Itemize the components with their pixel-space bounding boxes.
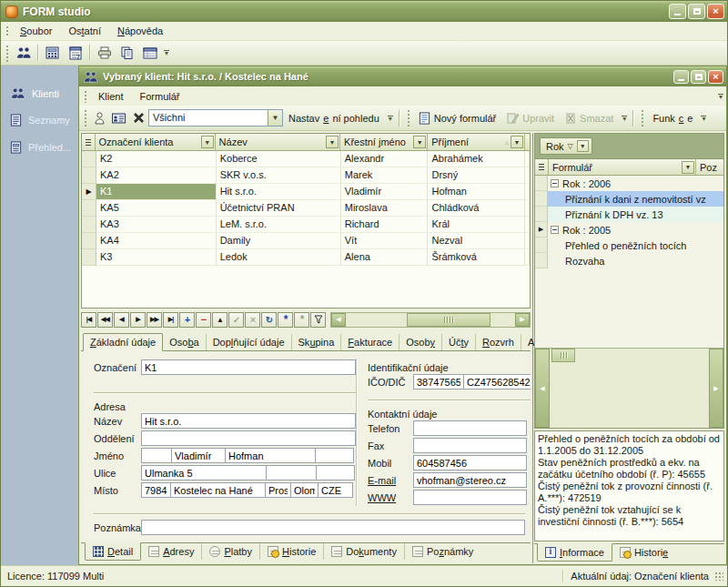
cell[interactable]: Koberce	[217, 151, 341, 167]
clients-button[interactable]	[12, 43, 35, 63]
maximize-button[interactable]	[688, 4, 705, 19]
toolbar-grip[interactable]	[5, 25, 9, 37]
column-header-poznamka[interactable]: Poz	[696, 159, 723, 175]
menu-formular[interactable]: Formulář	[132, 88, 188, 105]
toolbar-grip[interactable]	[83, 89, 87, 103]
tab-doplnujici-udaje[interactable]: Doplňující údaje	[207, 334, 292, 350]
table-row[interactable]: KA3 LeM. s.r.o. Richard Král Cheb	[82, 217, 530, 233]
cell[interactable]: Brno	[525, 233, 530, 249]
email-field[interactable]	[413, 472, 527, 488]
tab-fakturace[interactable]: Fakturace	[341, 334, 399, 350]
form-item-label[interactable]: Rozvaha	[548, 253, 723, 268]
form-item-label[interactable]: Přehled o peněžních tocích	[548, 238, 723, 253]
cell[interactable]: Účetnictví PRAN	[217, 200, 341, 217]
titul-field[interactable]	[141, 448, 172, 463]
tab-rozvrh[interactable]: Rozvrh	[476, 334, 521, 350]
toolbar-grip[interactable]	[5, 44, 9, 62]
cell[interactable]: K3	[96, 249, 217, 266]
www-field[interactable]	[413, 490, 527, 505]
client-minimize-button[interactable]	[673, 70, 689, 84]
nav-last-button[interactable]: ▶|	[163, 312, 178, 328]
nav-delete-button[interactable]: −	[196, 312, 211, 328]
nav-next-page-button[interactable]: ▶▶	[147, 312, 162, 328]
table-row[interactable]: K2 Koberce Alexandr Abrahámek Karv	[82, 151, 530, 167]
kraj-field[interactable]	[290, 482, 318, 498]
view-settings-button[interactable]: Nastavení pohledu	[283, 110, 385, 127]
nav-insert-button[interactable]: +	[179, 312, 195, 328]
cell[interactable]: Alena	[341, 249, 429, 266]
cislo-popisne-field[interactable]	[266, 465, 317, 481]
nav-cancel-button[interactable]: ×	[245, 312, 260, 328]
oddeleni-field[interactable]	[141, 430, 356, 446]
okres-field[interactable]	[265, 482, 291, 498]
dic-field[interactable]	[463, 374, 531, 390]
sidebar-item-klienti[interactable]: Klienti	[1, 80, 78, 106]
tab-informace[interactable]: Informace	[537, 543, 612, 562]
cell[interactable]: Vyšk	[525, 249, 530, 266]
tab-ucty[interactable]: Účty	[442, 334, 476, 350]
cell[interactable]: KA3	[96, 217, 217, 233]
menu-soubor[interactable]: Soubor	[12, 23, 60, 39]
print-button[interactable]	[93, 43, 116, 63]
tab-dokumenty[interactable]: Dokumenty	[324, 543, 405, 560]
scroll-left-icon[interactable]: ◀	[535, 349, 550, 428]
column-header-misto[interactable]: Místo	[525, 134, 530, 150]
toolbar-grip[interactable]	[640, 108, 644, 127]
toolbar-grip[interactable]	[406, 108, 410, 127]
edit-form-button[interactable]: Upravit	[501, 109, 560, 127]
toolbar-overflow-button[interactable]	[698, 109, 709, 127]
selected-cell[interactable]: K1	[96, 184, 217, 200]
nazev-field[interactable]	[141, 413, 356, 429]
column-header-krestni-jmeno[interactable]: Křestní jméno▼	[340, 134, 428, 150]
www-link-label[interactable]: WWW	[368, 492, 413, 503]
functions-button[interactable]: Funkce	[647, 110, 698, 127]
collapse-icon[interactable]	[551, 179, 559, 187]
cell[interactable]: Alexandr	[341, 151, 429, 167]
tab-zakladni-udaje[interactable]: Základní údaje	[83, 333, 163, 351]
cell[interactable]: Richard	[341, 217, 429, 233]
collapse-icon[interactable]	[551, 226, 559, 234]
tree-item-row[interactable]: Přiznání k DPH vz. 13	[535, 207, 723, 222]
client-card-button[interactable]	[108, 108, 128, 128]
tree-group-row-current[interactable]: ▶ Rok : 2005	[535, 222, 723, 238]
nav-post-button[interactable]: ✓	[228, 312, 244, 328]
close-button[interactable]: ×	[707, 4, 724, 19]
ico-field[interactable]	[413, 374, 464, 390]
cell[interactable]: Cheb	[525, 217, 530, 233]
client-filter-combo[interactable]: Všichni ▼	[148, 109, 283, 127]
cell[interactable]: Král	[428, 217, 525, 233]
cell[interactable]: Chládková	[428, 200, 525, 217]
toolbar-overflow-button[interactable]	[161, 44, 172, 62]
menu-klient[interactable]: Klient	[90, 88, 132, 105]
cell[interactable]: Hit s.r.o.	[217, 184, 341, 200]
column-header-nazev[interactable]: Název▼	[216, 134, 340, 150]
filter-dropdown-icon[interactable]: ▼	[682, 161, 694, 174]
new-form-button[interactable]: Nový formulář	[413, 109, 501, 127]
grid-horizontal-scrollbar[interactable]: ◀ ▶	[330, 312, 531, 328]
stat-field[interactable]	[318, 482, 353, 498]
calculator-button[interactable]	[41, 43, 64, 63]
table-row[interactable]: KA5 Účetnictví PRAN Miroslava Chládková …	[82, 200, 530, 217]
cell[interactable]: Abrahámek	[428, 151, 525, 167]
cell[interactable]: Miroslava	[341, 200, 429, 217]
tab-osoby[interactable]: Osoby	[399, 334, 442, 350]
mobil-field[interactable]	[413, 455, 527, 471]
client-close-button[interactable]: ×	[708, 70, 723, 84]
toolbar-overflow-button[interactable]	[385, 109, 396, 127]
client-maximize-button[interactable]	[691, 70, 706, 84]
nav-next-button[interactable]: ▶	[130, 312, 146, 328]
filter-dropdown-icon[interactable]: ▼	[201, 136, 214, 148]
cell[interactable]: Vladimír	[341, 184, 429, 200]
cell[interactable]: SKR v.o.s.	[217, 167, 341, 184]
group-by-rok-button[interactable]: Rok ▽ ▼	[540, 137, 592, 155]
nav-prior-page-button[interactable]: ◀◀	[97, 312, 113, 328]
table-row[interactable]: KA4 Damily Vít Nezval Brno	[82, 233, 530, 249]
cislo-orientacni-field[interactable]	[316, 465, 355, 481]
toolbar-overflow-button[interactable]	[619, 109, 630, 127]
tab-adresy[interactable]: Adresy	[141, 543, 202, 560]
copy-button[interactable]	[116, 43, 138, 63]
cell[interactable]: KA2	[96, 167, 217, 184]
scroll-left-icon[interactable]: ◀	[331, 313, 346, 327]
nav-filter-button[interactable]	[310, 312, 326, 328]
scrollbar-thumb[interactable]	[551, 349, 575, 362]
